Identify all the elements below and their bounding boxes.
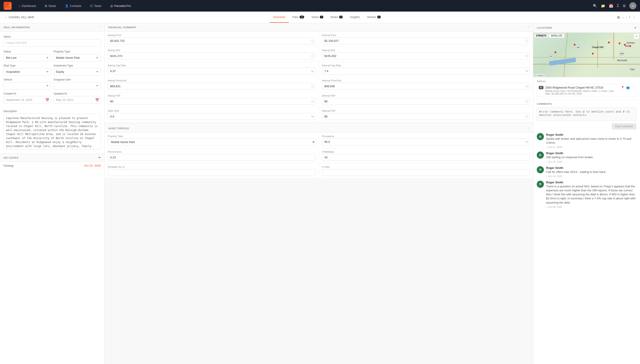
property-type-field: Property Type Mobile Home Park: [54, 50, 101, 62]
comment-avatar-2: R: [537, 166, 544, 173]
add-icon[interactable]: ⊕: [617, 15, 620, 20]
updated-at-field: Updated At 📅: [54, 92, 101, 104]
post-comment-button[interactable]: Post Comment: [612, 123, 636, 130]
property-type-select[interactable]: Mobile Home Park: [54, 54, 101, 62]
nav-parceled-pro[interactable]: ◎ Parceled Pro: [108, 3, 133, 8]
internal-psf-input[interactable]: [322, 98, 530, 105]
map-streets-button[interactable]: STREETS: [534, 34, 548, 38]
breadcrumb-title: CHAPEL HILL MHP: [9, 16, 34, 19]
home-icon: ⌂: [19, 4, 20, 8]
parcel-acres-label: Parcel Acres: [108, 150, 316, 153]
comment-item: R Roger Smith Still waiting on response …: [537, 152, 636, 163]
comments-section: COMMENTS Post Comment R Roger Smith Spok…: [533, 100, 640, 214]
share-icon[interactable]: ⤴: [629, 16, 630, 19]
occupancy-field: Occupancy %: [319, 132, 533, 148]
map-satellite-button[interactable]: SATELLITE: [549, 34, 564, 38]
status-select[interactable]: Bid Lost: [4, 54, 51, 62]
asking-price-input[interactable]: [108, 38, 316, 44]
tab-sheets[interactable]: Sheets 2: [364, 12, 384, 23]
map-pin-6[interactable]: [624, 44, 626, 46]
map-container[interactable]: Chapel Hill Durham Cary Morrisville 54 8…: [533, 33, 640, 77]
vehicle-field: Vehicle: [4, 78, 51, 90]
nav-dashboard[interactable]: ⌂ Dashboard: [17, 3, 38, 8]
debt-yield-input[interactable]: [108, 113, 316, 120]
key-dates-edit-icon[interactable]: ✏: [98, 156, 101, 159]
address-people-icon[interactable]: 👥: [626, 86, 630, 89]
more-icon[interactable]: ⋮: [633, 16, 636, 19]
vehicle-select[interactable]: [4, 82, 51, 90]
financial-more-icon[interactable]: ⋮: [527, 26, 530, 29]
comment-input[interactable]: [537, 108, 636, 121]
deal-info-more-icon[interactable]: ⋮: [98, 26, 101, 29]
address-pin-icon[interactable]: 📍: [621, 86, 624, 89]
asking-noi-field: Asking NOI ⓘ: [104, 47, 319, 62]
financial-summary-section: FINANCIAL SUMMARY ⋮ Asking Price ⓘ Inter…: [104, 23, 533, 122]
parcel-acres-input[interactable]: [108, 154, 316, 161]
tab-tasks[interactable]: Tasks 7: [308, 12, 327, 23]
search-icon[interactable]: 🔍: [593, 4, 597, 8]
deal-type-select[interactable]: Acquisition: [4, 68, 51, 76]
comment-item: R Roger Smith Call for offers was 10/13 …: [537, 166, 636, 178]
comment-avatar-1: R: [537, 152, 544, 159]
asking-price-unit-input[interactable]: [108, 83, 316, 90]
asking-noi-input[interactable]: [108, 52, 316, 60]
map-pin-5[interactable]: [619, 42, 620, 44]
asking-psf-input[interactable]: [108, 98, 316, 105]
nav-tasks[interactable]: ☑ Tasks: [88, 3, 103, 8]
calendar-icon[interactable]: 📅: [609, 4, 613, 8]
created-at-input[interactable]: [4, 96, 51, 104]
assigned-user-label: Assigned User: [54, 78, 101, 81]
tab-notes[interactable]: Notes 2: [327, 12, 346, 23]
internal-noi-input[interactable]: [322, 52, 530, 60]
chevron-right-icon[interactable]: ›: [626, 16, 627, 19]
asset-profile-section: ASSET PROFILE ⋮ Property Type Mobile Hom…: [104, 124, 533, 178]
internal-price-input[interactable]: [322, 38, 530, 44]
asset-property-type-select[interactable]: Mobile Home Park: [108, 138, 316, 146]
occupancy-input[interactable]: [322, 138, 530, 145]
updated-at-label: Updated At: [54, 92, 101, 95]
map-pin-2[interactable]: [592, 53, 594, 54]
locations-add-icon[interactable]: +: [634, 26, 636, 30]
nav-deals[interactable]: ⊞ Deals: [43, 3, 58, 8]
address-section-label: Address: [537, 80, 636, 82]
address-more-icon[interactable]: ⋮: [632, 86, 634, 89]
units-input[interactable]: [322, 169, 530, 176]
deal-type-label: Deal Type: [4, 64, 51, 67]
internal-cap-rate-input[interactable]: [322, 68, 530, 74]
map-pin-1[interactable]: [574, 44, 576, 46]
updated-at-input[interactable]: [54, 96, 101, 104]
internal-psf2-input[interactable]: [322, 113, 530, 120]
locations-title: LOCATIONS: [537, 26, 552, 29]
closing-label: Closing: [4, 164, 13, 167]
map-pin-4[interactable]: [608, 42, 610, 44]
back-button[interactable]: ← CHAPEL HILL MHP: [4, 16, 34, 19]
description-textarea[interactable]: Capstone Manufactured Housing is pleased…: [4, 114, 101, 149]
map-pin-7[interactable]: [629, 45, 631, 47]
user-avatar[interactable]: U: [629, 2, 636, 9]
map-pin-3[interactable]: [554, 52, 556, 53]
calendar-created-icon: 📅: [46, 98, 49, 102]
investment-type-label: Investment Type: [54, 64, 101, 67]
app-logo[interactable]: [4, 2, 12, 10]
settings-icon[interactable]: ⚙: [623, 4, 626, 8]
tab-insights[interactable]: Insights: [346, 12, 364, 23]
rentable-sqft-input[interactable]: [108, 169, 316, 176]
assigned-user-select[interactable]: [54, 82, 101, 90]
buildings-label: # Buildings: [322, 150, 530, 153]
map-expand-button[interactable]: ⤢: [634, 34, 639, 39]
map-controls: STREETS SATELLITE: [534, 34, 564, 38]
chevron-left-icon[interactable]: ‹: [622, 16, 623, 19]
internal-price-unit-input[interactable]: [322, 83, 530, 90]
status-field: Status Bid Lost: [4, 50, 51, 62]
name-input[interactable]: [4, 39, 101, 46]
sigma-icon[interactable]: Σ: [617, 4, 619, 8]
nav-contacts[interactable]: 👤 Contacts: [63, 3, 83, 8]
asking-cap-rate-input[interactable]: [108, 68, 316, 74]
tab-files[interactable]: Files 12: [289, 12, 308, 23]
folder-icon[interactable]: 📁: [601, 4, 605, 8]
description-field-group: Description Capstone Manufactured Housin…: [0, 106, 104, 154]
buildings-input[interactable]: [322, 154, 530, 161]
asset-profile-more-icon[interactable]: ⋮: [527, 127, 530, 130]
tab-overview[interactable]: Overview: [270, 12, 288, 23]
investment-type-select[interactable]: Equity: [54, 68, 101, 76]
